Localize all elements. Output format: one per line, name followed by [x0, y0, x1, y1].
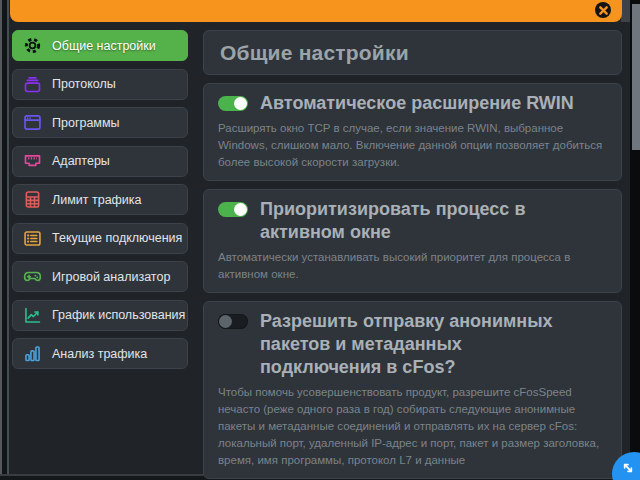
sidebar-item-traffic-limit[interactable]: Лимит трафика — [12, 184, 188, 215]
line-chart-icon — [22, 305, 43, 326]
calculator-icon — [22, 189, 43, 210]
bar-chart-icon — [22, 343, 43, 364]
window-left-edge — [0, 0, 9, 480]
content-scrollbar[interactable] — [630, 0, 640, 480]
toggle-knob — [234, 97, 247, 110]
option-description: Автоматически устанавливать высокий прио… — [218, 249, 607, 283]
notification-bar — [10, 0, 622, 22]
option-title: Приоритизировать процесс в активном окне — [260, 198, 585, 244]
option-card-send-anonymous-data: Разрешить отправку анонимных пакетов и м… — [203, 301, 622, 479]
sidebar-item-label: График использования — [52, 308, 185, 322]
sidebar-item-adapters[interactable]: Адаптеры — [12, 146, 188, 177]
window-icon — [22, 112, 43, 133]
ethernet-icon — [22, 151, 43, 172]
main-content: Общие настройки Автоматическое расширени… — [203, 30, 622, 480]
toggle-rwin-expansion[interactable] — [218, 96, 248, 111]
sidebar-item-programs[interactable]: Программы — [12, 107, 188, 138]
sidebar-item-label: Программы — [52, 116, 120, 130]
window-corner — [621, 0, 630, 22]
gear-icon — [22, 35, 43, 56]
sidebar-item-current-connections[interactable]: Текущие подключения — [12, 223, 188, 254]
scrollbar-thumb[interactable] — [632, 4, 640, 150]
list-icon — [22, 228, 43, 249]
toggle-knob — [234, 203, 247, 216]
option-title: Разрешить отправку анонимных пакетов и м… — [260, 310, 585, 379]
sidebar-item-label: Текущие подключения — [52, 231, 182, 245]
sidebar: Общие настройки Протоколы Программы Адап… — [12, 30, 188, 377]
toggle-send-anonymous-data[interactable] — [218, 314, 248, 329]
sidebar-item-label: Адаптеры — [52, 154, 110, 168]
sidebar-item-label: Общие настройки — [52, 39, 156, 53]
page-title: Общие настройки — [220, 41, 409, 65]
sidebar-item-usage-graph[interactable]: График использования — [12, 300, 188, 331]
sidebar-item-general-settings[interactable]: Общие настройки — [12, 30, 188, 61]
sidebar-item-label: Протоколы — [52, 77, 116, 91]
option-title: Автоматическое расширение RWIN — [260, 92, 574, 115]
toggle-knob — [219, 315, 232, 328]
sidebar-item-traffic-analysis[interactable]: Анализ трафика — [12, 338, 188, 369]
gamepad-icon — [22, 266, 43, 287]
option-description: Расширять окно TCP в случае, если значен… — [218, 120, 607, 171]
sidebar-item-label: Лимит трафика — [52, 193, 142, 207]
close-icon — [599, 6, 608, 15]
sidebar-item-label: Анализ трафика — [52, 347, 147, 361]
close-button[interactable] — [595, 2, 611, 18]
trays-icon — [22, 74, 43, 95]
sidebar-item-label: Игровой анализатор — [52, 270, 170, 284]
page-header-card: Общие настройки — [203, 30, 622, 75]
sidebar-item-game-analyzer[interactable]: Игровой анализатор — [12, 261, 188, 292]
sidebar-item-protocols[interactable]: Протоколы — [12, 69, 188, 100]
toggle-prioritize-active-window[interactable] — [218, 202, 248, 217]
option-card-prioritize-active-window: Приоритизировать процесс в активном окне… — [203, 189, 622, 293]
option-card-rwin-expansion: Автоматическое расширение RWIN Расширять… — [203, 83, 622, 181]
option-description: Чтобы помочь усовершенствовать продукт, … — [218, 384, 607, 469]
resize-diagonal-icon — [618, 458, 638, 478]
